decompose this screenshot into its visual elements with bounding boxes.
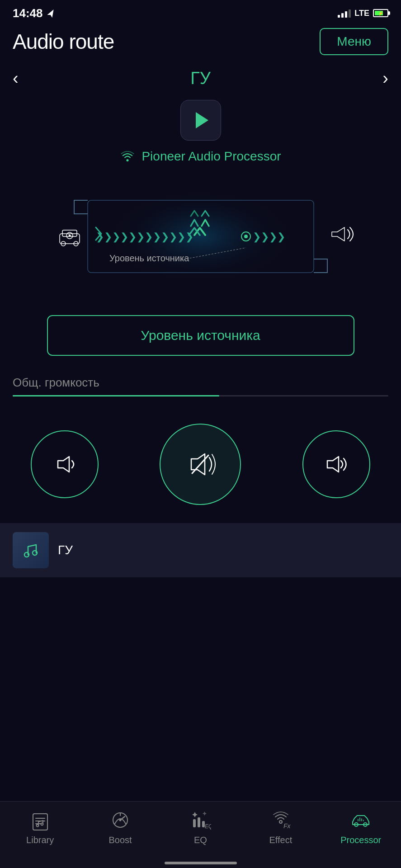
pioneer-label: Pioneer Audio Processor	[0, 144, 401, 173]
pioneer-text: Pioneer Audio Processor	[142, 149, 281, 164]
sidebar-item-eq[interactable]: EQ EQ	[173, 809, 227, 845]
bottom-nav: Library Boost	[0, 801, 401, 868]
volume-low-button[interactable]	[31, 430, 99, 498]
sidebar-item-boost[interactable]: Boost	[93, 809, 147, 845]
svg-point-22	[36, 825, 38, 827]
menu-button[interactable]: Меню	[320, 28, 388, 55]
play-container	[0, 93, 401, 144]
mute-button[interactable]	[160, 424, 241, 505]
svg-point-5	[244, 235, 248, 238]
volume-high-button[interactable]	[302, 430, 370, 498]
boost-icon	[109, 809, 132, 831]
sidebar-item-processor[interactable]: Processor	[334, 809, 388, 845]
play-button[interactable]	[180, 100, 221, 141]
volume-fill	[13, 395, 219, 396]
home-indicator	[165, 862, 237, 864]
volume-section: Общ. громкость	[0, 376, 401, 419]
svg-text:EQ: EQ	[205, 823, 211, 830]
sidebar-item-effect[interactable]: Fx Effect	[254, 809, 308, 845]
status-time: 14:48	[13, 6, 57, 20]
battery-indicator: ⚡	[373, 9, 388, 17]
lte-label: LTE	[354, 9, 369, 18]
nav-row: ‹ ГУ ›	[0, 64, 401, 93]
volume-low-icon	[51, 451, 78, 478]
nav-prev-button[interactable]: ‹	[13, 69, 19, 88]
volume-high-icon	[323, 451, 350, 478]
svg-text:Уровень источника: Уровень источника	[109, 253, 189, 263]
svg-line-15	[192, 455, 208, 473]
eq-icon: EQ	[189, 809, 212, 831]
svg-point-32	[279, 821, 282, 823]
nav-next-button[interactable]: ›	[382, 69, 388, 88]
sidebar-item-library[interactable]: Library	[13, 809, 67, 845]
status-bar: 14:48 LTE ⚡	[0, 0, 401, 24]
bottom-nav-items: Library Boost	[0, 809, 401, 845]
now-playing-bar: ГУ	[0, 523, 401, 577]
music-note-icon	[21, 540, 41, 560]
processor-label: Processor	[340, 835, 381, 845]
volume-bar	[13, 395, 388, 396]
svg-point-23	[41, 823, 43, 826]
header: Audio route Меню	[0, 24, 401, 64]
svg-text:❯❯❯❯: ❯❯❯❯	[253, 231, 285, 243]
svg-rect-18	[33, 814, 47, 830]
nav-current: ГУ	[190, 69, 211, 88]
volume-controls	[0, 419, 401, 519]
signal-bars	[338, 9, 351, 18]
library-icon	[29, 809, 52, 831]
processor-icon	[349, 809, 372, 831]
svg-point-0	[127, 159, 129, 161]
effect-icon: Fx	[269, 809, 292, 831]
svg-rect-29	[198, 817, 200, 827]
time-display: 14:48	[13, 6, 43, 20]
now-playing-title: ГУ	[58, 543, 73, 557]
audio-diagram: ❯❯❯❯❯❯❯❯❯❯❯❯ ❯❯❯❯ Уровень источника	[0, 173, 401, 300]
page-title: Audio route	[13, 29, 114, 54]
now-playing-thumbnail	[13, 532, 49, 568]
svg-text:❯❯❯❯❯❯❯❯❯❯❯❯: ❯❯❯❯❯❯❯❯❯❯❯❯	[96, 231, 193, 243]
play-icon	[196, 112, 208, 128]
source-level-button[interactable]: Уровень источника	[47, 315, 354, 356]
location-icon	[47, 8, 57, 18]
svg-rect-28	[193, 819, 196, 827]
mute-icon	[182, 446, 218, 482]
eq-label: EQ	[194, 835, 207, 845]
boost-label: Boost	[109, 835, 132, 845]
source-level-container: Уровень источника	[0, 300, 401, 376]
svg-text:Fx: Fx	[283, 822, 291, 830]
status-right: LTE ⚡	[338, 9, 388, 18]
volume-label: Общ. громкость	[13, 376, 388, 390]
pioneer-wifi-icon	[120, 149, 135, 164]
library-label: Library	[26, 835, 54, 845]
effect-label: Effect	[269, 835, 292, 845]
diagram-svg: ❯❯❯❯❯❯❯❯❯❯❯❯ ❯❯❯❯ Уровень источника	[42, 178, 359, 295]
